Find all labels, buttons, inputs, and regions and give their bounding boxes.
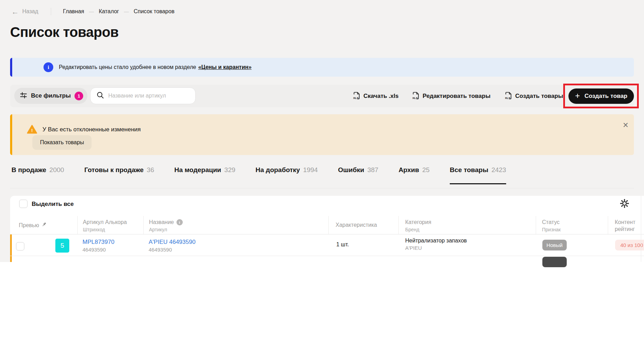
table-toolbar: Выделить все: [10, 196, 644, 216]
column-name[interactable]: Название i Артикул: [143, 216, 328, 234]
svg-text:XLS: XLS: [353, 97, 359, 100]
search-box[interactable]: [90, 87, 196, 104]
brand-value: A'PIEU: [405, 245, 467, 251]
all-filters-label: Все фильтры: [31, 92, 71, 99]
info-banner-text: Редактировать цены стало удобнее в новом…: [59, 64, 252, 70]
row-name-cell: A'PIEU 46493590 46493590: [149, 239, 196, 253]
status-badge: Новый: [542, 240, 567, 250]
edit-products-label: Редактировать товары: [423, 93, 490, 100]
filters-icon: [20, 92, 27, 100]
tab-errors[interactable]: Ошибки 387: [338, 166, 378, 184]
column-content-rating[interactable]: Контент рейтинг: [608, 216, 644, 234]
warning-banner: ! У Вас есть отклоненные изменения Показ…: [10, 114, 634, 155]
download-xls-label: Скачать .xls: [363, 93, 399, 100]
svg-text:!: !: [31, 128, 33, 133]
row-article-cell: MPL873970 46493590: [83, 239, 115, 253]
plus-icon: +: [575, 92, 580, 100]
content-rating-badge: 40 из 100: [615, 240, 644, 250]
breadcrumb-product-list[interactable]: Список товаров: [134, 8, 174, 15]
create-product-button[interactable]: + Создать товар: [568, 88, 634, 104]
breadcrumb-catalog[interactable]: Каталог: [99, 8, 119, 15]
search-input[interactable]: [108, 93, 188, 99]
table-scrollbar[interactable]: [641, 196, 641, 262]
xls-file-icon: XLS: [505, 92, 512, 101]
search-icon: [96, 91, 104, 100]
back-label: Назад: [22, 8, 38, 15]
row-checkbox[interactable]: [16, 242, 24, 250]
table-settings-gear-icon[interactable]: [620, 199, 629, 209]
column-preview: Превью: [10, 216, 77, 234]
create-product-label: Создать товар: [584, 93, 627, 100]
tab-on-sale[interactable]: В продаже 2000: [11, 166, 64, 184]
warning-triangle-icon: !: [27, 125, 37, 136]
topbar-divider: [51, 8, 51, 15]
pin-icon[interactable]: [41, 222, 47, 229]
all-filters-button[interactable]: Все фильтры 1: [14, 88, 87, 104]
breadcrumb: Главная — Каталог — Список товаров: [63, 8, 174, 15]
breadcrumb-separator: —: [124, 9, 129, 14]
tab-needs-rework[interactable]: На доработку 1994: [256, 166, 318, 184]
products-table-card: Выделить все Превью: [10, 196, 644, 262]
next-row-status-badge-partial: [542, 257, 567, 267]
filters-count-badge: 1: [74, 92, 83, 100]
breadcrumb-separator: —: [89, 9, 94, 14]
name-article-value: 46493590: [149, 247, 196, 253]
tab-on-moderation[interactable]: На модерации 329: [174, 166, 235, 184]
table-row: 5 MPL873970 46493590 A'PIEU 46493590 464…: [10, 234, 644, 256]
select-all-checkbox[interactable]: [19, 200, 28, 208]
row-characteristic: 1 шт.: [336, 241, 349, 248]
barcode-value: 46493590: [83, 247, 115, 253]
row-preview-thumbnail[interactable]: 5: [55, 239, 69, 253]
tab-all-products[interactable]: Все товары 2423: [450, 166, 506, 184]
download-xls-button[interactable]: XLS Скачать .xls: [353, 85, 399, 107]
svg-text:XLS: XLS: [413, 97, 418, 100]
category-value: Нейтрализатор запахов: [405, 238, 467, 244]
info-icon: i: [44, 62, 53, 72]
edit-products-button[interactable]: XLS Редактировать товары: [412, 85, 490, 107]
table-header: Превью Артикул Алькора Штрихкод: [10, 216, 644, 234]
page: ← Назад Главная — Каталог — Список товар…: [0, 0, 644, 355]
prices-quarantine-link[interactable]: «Цены и карантин»: [198, 64, 251, 70]
tabs-divider: [10, 188, 634, 188]
close-icon[interactable]: ×: [623, 121, 628, 130]
breadcrumb-home[interactable]: Главная: [63, 8, 84, 15]
tab-archive[interactable]: Архив 25: [399, 166, 430, 184]
page-title: Список товаров: [10, 24, 119, 40]
create-products-label: Создать товары: [515, 93, 563, 100]
show-products-button[interactable]: Показать товары: [32, 135, 92, 150]
tab-ready-for-sale[interactable]: Готовы к продаже 36: [84, 166, 154, 184]
column-status[interactable]: Статус Признак: [536, 216, 608, 234]
back-arrow-icon: ←: [11, 8, 19, 15]
name-info-icon[interactable]: i: [176, 219, 183, 225]
xls-file-icon: XLS: [353, 92, 360, 101]
top-bar: ← Назад Главная — Каталог — Список товар…: [11, 7, 174, 16]
column-category[interactable]: Категория Бренд: [398, 216, 536, 234]
column-article[interactable]: Артикул Алькора Штрихкод: [77, 216, 143, 234]
back-button[interactable]: ← Назад: [11, 8, 38, 15]
svg-text:XLS: XLS: [505, 97, 511, 100]
select-all-label: Выделить все: [32, 201, 74, 208]
create-products-button[interactable]: XLS Создать товары: [505, 85, 563, 107]
row-category-cell: Нейтрализатор запахов A'PIEU: [405, 238, 467, 251]
status-tabs: В продаже 2000 Готовы к продаже 36 На мо…: [11, 166, 506, 184]
xls-file-icon: XLS: [412, 92, 419, 101]
filter-bar: Все фильтры 1 XLS Скачать .xls: [10, 85, 634, 107]
column-characteristic[interactable]: Характеристика: [328, 216, 398, 234]
product-name-link[interactable]: A'PIEU 46493590: [149, 239, 196, 246]
article-link[interactable]: MPL873970: [83, 239, 115, 246]
info-banner: i Редактировать цены стало удобнее в нов…: [10, 58, 634, 77]
warning-text: У Вас есть отклоненные изменения: [42, 126, 141, 133]
